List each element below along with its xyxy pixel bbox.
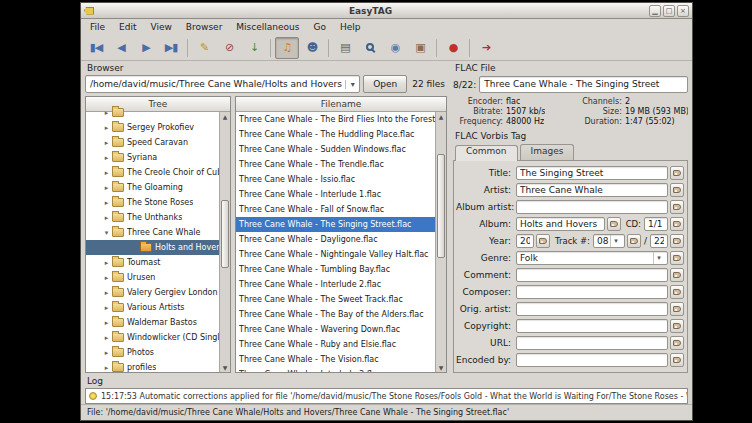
scroll-down-icon[interactable]: ▼ (220, 363, 230, 372)
apply-copyright-to-all-button[interactable] (670, 319, 684, 333)
track-dropdown-arrow-icon[interactable]: ▾ (610, 235, 621, 247)
tree-item[interactable]: ▸ Windowlicker (CD Single) (86, 330, 219, 345)
Three Cane Whale - Wavering Down.flac[interactable]: Three Cane Whale - Wavering Down.flac (236, 322, 435, 337)
minimize-button[interactable]: ▁ (649, 5, 661, 17)
tab-common[interactable]: Common (455, 145, 518, 161)
apply-url-to-all-button[interactable] (670, 336, 684, 350)
apply-year-to-all-button[interactable] (536, 234, 550, 248)
Three Cane Whale - The Singing Street.flac[interactable]: Three Cane Whale - The Singing Street.fl… (236, 217, 435, 232)
orig-artist-input[interactable] (516, 302, 668, 316)
Three Cane Whale - Interlude 1.flac[interactable]: Three Cane Whale - Interlude 1.flac (236, 187, 435, 202)
menu-item[interactable]: File (83, 21, 112, 33)
apply-orig-artist-to-all-button[interactable] (670, 302, 684, 316)
scan-files-button[interactable]: ✎ (192, 37, 216, 59)
menu-item[interactable]: Go (306, 21, 332, 33)
expander-icon[interactable]: ▸ (102, 199, 111, 207)
select-all-button[interactable]: ▤ (333, 37, 357, 59)
expander-icon[interactable]: ▸ (102, 154, 111, 162)
tree-scrollbar-thumb[interactable] (221, 200, 229, 268)
Three Cane Whale - Interlude 3.flac[interactable]: Three Cane Whale - Interlude 3.flac (236, 367, 435, 372)
write-playlist-button[interactable]: ▣ (408, 37, 432, 59)
tree-item[interactable]: ▸ Toumast (86, 255, 219, 270)
track-number-combobox[interactable]: 08▾ (593, 234, 625, 248)
Three Cane Whale - Issio.flac[interactable]: Three Cane Whale - Issio.flac (236, 172, 435, 187)
tree-item[interactable]: ▸ Photos (86, 345, 219, 360)
title-input[interactable]: The Singing Street (516, 166, 668, 180)
menu-item[interactable]: Browser (179, 21, 229, 33)
tree-item[interactable]: ▸ profiles (86, 360, 219, 372)
apply-track-to-all-button[interactable] (627, 234, 641, 248)
titlebar[interactable]: EasyTAG ▁ □ × (81, 3, 692, 19)
show-scanner-button[interactable]: ♫ (275, 37, 299, 59)
genre-combobox[interactable]: Folk▾ (516, 251, 668, 265)
scroll-down-icon[interactable]: ▼ (436, 363, 446, 372)
menu-item[interactable]: View (144, 21, 179, 33)
encoded-by-input[interactable] (516, 353, 668, 367)
tree-item[interactable]: ▸ Syriana (86, 150, 219, 165)
expander-icon[interactable]: ▸ (102, 139, 111, 147)
tree-item[interactable]: Holts and Hovers (86, 240, 219, 255)
Three Cane Whale - The Vision.flac[interactable]: Three Cane Whale - The Vision.flac (236, 352, 435, 367)
close-button[interactable]: × (677, 5, 689, 17)
tree-scrollbar[interactable]: ▲ ▼ (219, 112, 230, 372)
expander-icon[interactable]: ▾ (102, 229, 111, 237)
cddb-search-button[interactable]: ◉ (383, 37, 407, 59)
tree-item[interactable]: ▸ Urusen (86, 270, 219, 285)
previous-file-button[interactable]: ◀ (109, 37, 133, 59)
maximize-button[interactable]: □ (663, 5, 675, 17)
file-list-scrollbar[interactable]: ▲ ▼ (435, 112, 446, 372)
tab-images[interactable]: Images (520, 144, 575, 160)
Three Cane Whale - The Bird Flies Into the Forest to Rest.flac[interactable]: Three Cane Whale - The Bird Flies Into t… (236, 112, 435, 127)
next-file-button[interactable]: ▶ (134, 37, 158, 59)
expander-icon[interactable]: ▸ (102, 304, 111, 312)
Three Cane Whale - The Huddling Place.flac[interactable]: Three Cane Whale - The Huddling Place.fl… (236, 127, 435, 142)
tree-item[interactable]: ▸ Waldemar Bastos (86, 315, 219, 330)
expander-icon[interactable]: ▸ (102, 289, 111, 297)
apply-cd-to-all-button[interactable] (670, 217, 684, 231)
expander-icon[interactable]: ▸ (102, 259, 111, 267)
expander-icon[interactable]: ▸ (102, 319, 111, 327)
tree-item[interactable]: ▸ The Creole Choir of Cuba (86, 165, 219, 180)
expander-icon[interactable]: ▸ (102, 109, 111, 117)
genre-dropdown-arrow-icon[interactable]: ▾ (653, 252, 664, 264)
url-input[interactable] (516, 336, 668, 350)
apply-encoded-by-to-all-button[interactable] (670, 353, 684, 367)
cd-input[interactable]: 1/1 (644, 217, 668, 231)
apply-genre-to-all-button[interactable] (670, 251, 684, 265)
remove-tags-button[interactable]: ⊘ (217, 37, 241, 59)
apply-comment-to-all-button[interactable] (670, 268, 684, 282)
expander-icon[interactable]: ▸ (102, 169, 111, 177)
Three Cane Whale - Interlude 2.flac[interactable]: Three Cane Whale - Interlude 2.flac (236, 277, 435, 292)
filename-column-header[interactable]: Filename (236, 97, 446, 112)
open-button[interactable]: Open (363, 75, 407, 93)
expander-icon[interactable]: ▸ (102, 334, 111, 342)
Three Cane Whale - Nightingale Valley Halt.flac[interactable]: Three Cane Whale - Nightingale Valley Ha… (236, 247, 435, 262)
Three Cane Whale - The Trendle.flac[interactable]: Three Cane Whale - The Trendle.flac (236, 157, 435, 172)
apply-artist-to-all-button[interactable] (670, 183, 684, 197)
Three Cane Whale - The Sweet Track.flac[interactable]: Three Cane Whale - The Sweet Track.flac (236, 292, 435, 307)
expander-icon[interactable]: ▸ (102, 124, 111, 132)
apply-title-to-all-button[interactable] (670, 166, 684, 180)
path-combobox[interactable]: /home/david/music/Three Cane Whale/Holts… (85, 75, 360, 93)
menu-item[interactable]: Miscellaneous (229, 21, 306, 33)
find-files-button[interactable] (358, 37, 382, 59)
tree-item[interactable]: ▸ Sergey Prokofiev (86, 120, 219, 135)
Three Cane Whale - Sudden Windows.flac[interactable]: Three Cane Whale - Sudden Windows.flac (236, 142, 435, 157)
Three Cane Whale - Tumbling Bay.flac[interactable]: Three Cane Whale - Tumbling Bay.flac (236, 262, 435, 277)
Three Cane Whale - Ruby and Elsie.flac[interactable]: Three Cane Whale - Ruby and Elsie.flac (236, 337, 435, 352)
stop-action-button[interactable]: ● (441, 37, 465, 59)
last-file-button[interactable]: ▶▮ (159, 37, 183, 59)
year-input[interactable]: 2012 (516, 234, 534, 248)
apply-track-total-to-all-button[interactable] (670, 234, 684, 248)
tree-item[interactable]: ▸ The Unthanks (86, 210, 219, 225)
scroll-up-icon[interactable]: ▲ (220, 112, 230, 121)
tree-item[interactable]: ▸ (86, 105, 219, 120)
tree-item[interactable]: ▸ Valery Gergiev London Symp (86, 285, 219, 300)
track-total-input[interactable]: 22 (650, 234, 668, 248)
composer-input[interactable] (516, 285, 668, 299)
copyright-input[interactable] (516, 319, 668, 333)
tree-item[interactable]: ▸ Various Artists (86, 300, 219, 315)
apply-album-to-all-button[interactable] (607, 217, 621, 231)
apply-album-artist-to-all-button[interactable] (670, 200, 684, 214)
file-list-scrollbar-thumb[interactable] (437, 154, 445, 258)
